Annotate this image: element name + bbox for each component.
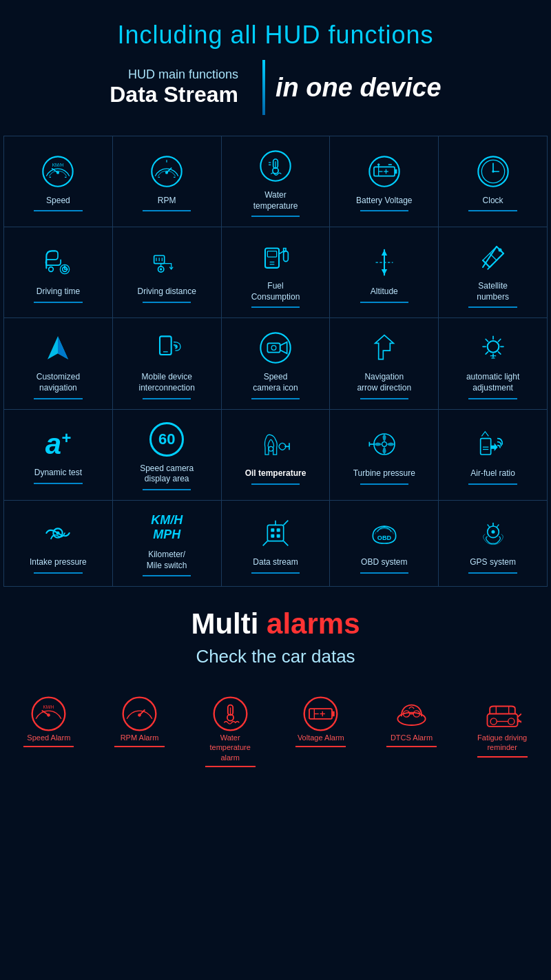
speed-camera-icon [258,331,293,365]
light-label: automatic lightadjustment [466,372,519,393]
satellite-underline [468,306,517,308]
air-fuel-underline [468,483,517,485]
driving-distance-icon [149,245,184,280]
water-temp-icon [258,149,293,183]
feature-oil-temp: Oil temperature [222,410,331,501]
clock-icon [476,154,510,189]
intake-underline [34,572,82,574]
dynamic-test-label: Dynamic test [34,468,82,479]
feature-water-temp: Watertemperature [222,136,331,227]
alarm-speed-label: Speed Alarm [27,733,70,742]
svg-point-33 [49,267,54,272]
svg-rect-20 [395,169,397,174]
altitude-icon [367,245,402,280]
feature-nav: Customizednavigation [4,318,113,409]
alarm-rpm: RPM Alarm [94,688,185,774]
satellite-label: Satellitenumbers [477,281,509,302]
obd-label: OBD system [361,557,407,568]
alarm-voltage: Voltage Alarm [276,688,366,774]
header-top-title: Including all HUD functions [14,21,537,50]
feature-speed-camera: Speedcamera icon [222,318,331,409]
battery-icon [367,154,402,189]
feature-altitude: Altitude [330,227,439,318]
navigation-icon [41,331,75,365]
feature-driving-distance: Driving distance [113,227,222,318]
svg-line-75 [486,340,488,342]
feature-air-fuel: Air-fuel ratio [439,410,548,501]
clock-label: Clock [483,196,503,207]
alarm-fatigue-icon [484,695,521,733]
alarm-water-underline [205,766,256,767]
alarm-rpm-label: RPM Alarm [121,733,159,742]
svg-line-101 [263,541,268,546]
feature-intake: Intake pressure [4,501,113,587]
svg-line-78 [498,352,500,354]
feature-satellite: Satellitenumbers [439,227,548,318]
driving-time-icon [41,245,75,280]
turbine-label: Turbine pressure [353,468,415,479]
alarm-dtcs-label: DTCS Alarm [391,733,433,742]
svg-marker-68 [280,342,287,354]
nav-label: Customizednavigation [37,372,80,393]
feature-nav-arrow: Navigationarrow direction [330,318,439,409]
driving-distance-underline [143,302,191,303]
svg-line-77 [486,352,488,354]
svg-marker-51 [382,269,387,275]
turbine-underline [360,483,408,485]
fuel-label: FuelConsumption [251,281,300,302]
feature-clock: Clock [439,136,548,227]
svg-line-53 [483,247,497,267]
mobile-underline [143,398,191,399]
km-switch-icon: KM/HMPH [151,513,183,543]
speed-underline [34,210,82,211]
svg-rect-45 [267,251,276,257]
water-temp-label: Watertemperature [253,190,298,211]
svg-text:KM/H: KM/H [43,705,54,709]
speed-display-underline [143,489,191,490]
header-middle: HUD main functions Data Stream in one de… [14,60,537,115]
header-line2: Data Stream [110,82,238,107]
feature-turbine: Turbine pressure [330,410,439,501]
oil-temp-icon [258,427,293,461]
feature-driving-time: Driving time [4,227,113,318]
svg-point-92 [56,532,60,535]
svg-rect-95 [277,528,280,532]
speed-camera-label: Speedcamera icon [253,372,298,393]
driving-distance-label: Driving distance [138,286,196,298]
alarm-rpm-underline [114,746,165,747]
rpm-label: RPM [158,196,176,207]
feature-dynamic-test: a+ Dynamic test [4,410,113,501]
svg-point-8 [165,171,168,174]
svg-point-104 [491,530,495,534]
battery-underline [360,210,408,211]
svg-line-99 [284,521,289,525]
svg-point-131 [490,718,497,724]
feature-speed: KM/H Speed [4,136,113,227]
fuel-icon [258,240,293,274]
alarm-dtcs: DTCS Alarm [366,688,457,774]
alarms-grid: KM/H Speed Alarm RPM Alarm Watertemperat… [3,688,548,774]
feature-gps: GPS system [439,501,548,587]
header-line1: HUD main functions [110,67,238,82]
feature-speed-display: 60 Speed cameradisplay area [113,410,222,501]
km-switch-underline [143,575,191,576]
svg-line-136 [517,714,521,718]
alarm-water-icon [211,695,249,733]
altitude-underline [360,302,408,303]
feature-battery: Battery Voltage [330,136,439,227]
feature-km-switch: KM/HMPH Kilometer/Mile switch [113,501,222,587]
light-underline [468,398,517,399]
oil-temp-underline [251,483,300,485]
svg-rect-96 [271,534,274,538]
svg-marker-50 [382,250,387,256]
battery-label: Battery Voltage [356,196,412,207]
alarm-speed: KM/H Speed Alarm [3,688,94,774]
svg-rect-93 [267,525,283,541]
oil-temp-label: Oil temperature [245,468,306,479]
header-divider [262,60,265,115]
obd-icon: OBD [367,516,402,550]
svg-point-70 [487,341,499,353]
satellite-icon [476,240,510,274]
svg-rect-121 [332,711,335,716]
air-fuel-icon [476,427,510,461]
